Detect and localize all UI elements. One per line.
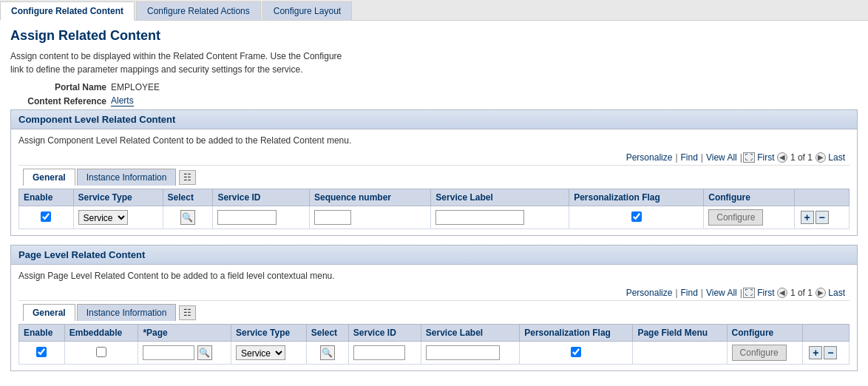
- portal-name-row: Portal Name EMPLOYEE: [10, 82, 858, 92]
- page-section-desc: Assign Page Level Related Content to be …: [18, 271, 850, 281]
- component-row-actions: + −: [794, 206, 850, 229]
- component-col-actions: [794, 189, 850, 206]
- tab-configure-related-actions[interactable]: Configure Related Actions: [136, 1, 261, 20]
- component-col-enable: Enable: [19, 189, 74, 206]
- page-configure-button[interactable]: Configure: [732, 345, 787, 361]
- component-table-header-row: Enable Service Type Select Service ID Se…: [19, 189, 850, 206]
- page-row-page-field-menu: [633, 342, 727, 365]
- content-reference-row: Content Reference Alerts: [10, 95, 858, 106]
- content-reference-label: Content Reference: [10, 96, 106, 106]
- page-prev-icon[interactable]: ◀: [777, 288, 787, 298]
- page-service-type-select[interactable]: Service: [236, 345, 285, 360]
- page-table-header-row: Enable Embeddable *Page Service Type Sel…: [19, 325, 850, 342]
- component-search-button[interactable]: 🔍: [180, 210, 195, 225]
- page-toolbar: Personalize | Find | View All | ⛶ First …: [18, 285, 850, 301]
- component-nav-info: 1 of 1: [790, 152, 813, 163]
- component-find-link[interactable]: Find: [681, 152, 698, 163]
- component-remove-row-button[interactable]: −: [816, 211, 829, 224]
- component-col-personalization-flag: Personalization Flag: [569, 189, 704, 206]
- page-col-service-type: Service Type: [231, 325, 307, 342]
- page-last-label: Last: [828, 288, 845, 298]
- page-row-service-type: Service: [231, 342, 307, 365]
- component-first-label: First: [757, 152, 774, 163]
- component-personalization-checkbox[interactable]: [631, 211, 642, 222]
- component-table-row: Service 🔍: [19, 206, 850, 229]
- page-first-label: First: [757, 288, 774, 298]
- page-find-link[interactable]: Find: [681, 288, 698, 298]
- page-add-row-button[interactable]: +: [809, 346, 822, 359]
- component-configure-button[interactable]: Configure: [708, 209, 763, 226]
- page-service-id-input[interactable]: [353, 345, 405, 360]
- component-expand-icon[interactable]: ⛶: [743, 152, 755, 163]
- page-col-select: Select: [306, 325, 348, 342]
- page-expand-icon[interactable]: ⛶: [743, 288, 755, 298]
- component-last-label: Last: [828, 152, 845, 163]
- page-remove-row-button[interactable]: −: [824, 346, 837, 359]
- page-title: Assign Related Content: [10, 28, 858, 44]
- component-tab-extra-icon[interactable]: ☷: [179, 170, 196, 185]
- component-prev-icon[interactable]: ◀: [777, 152, 787, 163]
- component-col-configure: Configure: [704, 189, 794, 206]
- page-row-service-label: [421, 342, 519, 365]
- page-personalize-link[interactable]: Personalize: [626, 288, 673, 298]
- content-reference-value[interactable]: Alerts: [111, 95, 134, 106]
- page-personalization-checkbox[interactable]: [571, 347, 581, 357]
- page-row-enable: [19, 342, 65, 365]
- page-service-label-input[interactable]: [426, 345, 500, 360]
- component-row-sequence-number: [310, 206, 431, 229]
- page-description: Assign content to be displayed within th…: [10, 50, 858, 76]
- page-col-personalization-flag: Personalization Flag: [520, 325, 633, 342]
- tab-configure-layout[interactable]: Configure Layout: [262, 1, 352, 20]
- page-page-search-button[interactable]: 🔍: [197, 345, 212, 360]
- page-section-body: Assign Page Level Related Content to be …: [11, 265, 857, 370]
- page-search-button[interactable]: 🔍: [320, 345, 335, 360]
- component-level-section: Component Level Related Content Assign C…: [10, 109, 858, 236]
- component-section-header: Component Level Related Content: [11, 110, 857, 129]
- portal-name-label: Portal Name: [10, 82, 106, 92]
- page-row-btn-group: + −: [807, 346, 844, 359]
- component-service-label-input[interactable]: [435, 210, 524, 225]
- page-col-service-id: Service ID: [348, 325, 421, 342]
- component-sequence-number-input[interactable]: [314, 210, 351, 225]
- page-level-section: Page Level Related Content Assign Page L…: [10, 245, 858, 371]
- page-embeddable-checkbox[interactable]: [96, 347, 106, 357]
- component-viewall-link[interactable]: View All: [706, 152, 737, 163]
- component-col-service-id: Service ID: [213, 189, 310, 206]
- component-col-sequence-number: Sequence number: [310, 189, 431, 206]
- component-row-btn-group: + −: [799, 211, 845, 224]
- component-row-service-id: [213, 206, 310, 229]
- component-row-enable: [19, 206, 74, 229]
- page-page-input[interactable]: [143, 345, 194, 360]
- page-tab-instance-info[interactable]: Instance Information: [77, 304, 177, 321]
- page-section-header: Page Level Related Content: [11, 246, 857, 265]
- component-row-service-label: [431, 206, 569, 229]
- page-nav-info: 1 of 1: [790, 288, 813, 298]
- component-section-desc: Assign Component Level Related Content t…: [18, 135, 850, 146]
- page-tab-general[interactable]: General: [23, 304, 75, 321]
- component-toolbar: Personalize | Find | View All | ⛶ First …: [18, 150, 850, 166]
- component-data-table: Enable Service Type Select Service ID Se…: [18, 189, 850, 229]
- component-next-icon[interactable]: ▶: [816, 152, 826, 163]
- component-tab-general[interactable]: General: [23, 169, 75, 186]
- component-service-id-input[interactable]: [217, 210, 277, 225]
- page-row-page: 🔍: [138, 342, 231, 365]
- page-next-icon[interactable]: ▶: [816, 288, 826, 298]
- component-personalize-link[interactable]: Personalize: [626, 152, 673, 163]
- page-row-embeddable: [64, 342, 138, 365]
- page-tab-extra-icon[interactable]: ☷: [179, 305, 196, 320]
- component-service-type-select[interactable]: Service: [78, 210, 128, 225]
- tab-configure-related-content[interactable]: Configure Related Content: [0, 1, 135, 21]
- component-enable-checkbox[interactable]: [41, 211, 51, 222]
- portal-name-value: EMPLOYEE: [111, 82, 160, 92]
- page-col-embeddable: Embeddable: [64, 325, 138, 342]
- component-row-select: 🔍: [163, 206, 213, 229]
- page-enable-checkbox[interactable]: [36, 347, 47, 357]
- page-content: Assign Related Content Assign content to…: [0, 21, 868, 386]
- page-viewall-link[interactable]: View All: [706, 288, 737, 298]
- page-col-enable: Enable: [19, 325, 65, 342]
- page-table-row: 🔍 Service 🔍: [19, 342, 850, 365]
- page-data-table: Enable Embeddable *Page Service Type Sel…: [18, 324, 850, 365]
- component-add-row-button[interactable]: +: [801, 211, 814, 224]
- page-row-service-id: [348, 342, 421, 365]
- component-tab-instance-info[interactable]: Instance Information: [77, 169, 177, 186]
